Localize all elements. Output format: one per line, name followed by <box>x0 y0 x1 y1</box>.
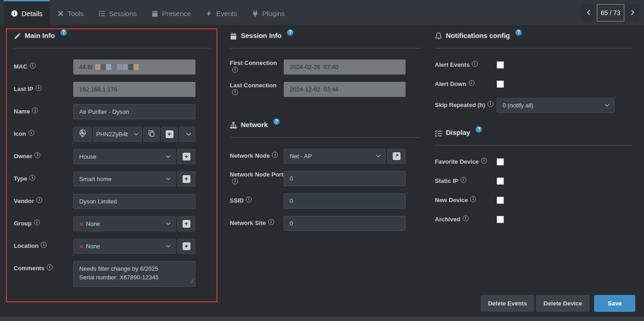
favorite-device-checkbox[interactable] <box>497 158 504 166</box>
section-divider <box>435 48 633 48</box>
name-input[interactable] <box>73 104 195 119</box>
help-icon[interactable]: ? <box>287 29 293 36</box>
chevron-right-icon <box>630 9 635 17</box>
info-icon: i <box>34 152 40 158</box>
network-site-input[interactable] <box>284 216 406 231</box>
static-ip-label: Static IP <box>435 177 458 184</box>
icon-code-select[interactable]: PHN2ZyB4bV <box>93 127 142 142</box>
group-row: Groupi × None + <box>14 216 211 231</box>
owner-select[interactable]: House <box>73 149 176 164</box>
tab-sessions[interactable]: Sessions <box>91 0 144 25</box>
bolt-icon <box>206 10 212 17</box>
info-icon: i <box>32 107 38 113</box>
group-label: Group <box>14 220 32 227</box>
info-icon: i <box>268 219 274 225</box>
list-check-icon <box>435 128 442 138</box>
device-position-indicator: 65 / 73 <box>597 4 624 21</box>
help-icon[interactable]: ? <box>515 29 522 36</box>
none-x-icon: × <box>79 243 83 250</box>
device-icon-preview <box>73 127 92 142</box>
display-title: Display ? <box>435 128 633 139</box>
icon-row: Iconi PHN2ZyB4bV <box>14 127 211 142</box>
chevron-down-icon <box>605 104 610 107</box>
help-icon[interactable]: ? <box>60 29 67 36</box>
tab-details[interactable]: Details <box>4 0 50 25</box>
info-icon: i <box>29 175 35 181</box>
none-x-icon: × <box>79 220 83 227</box>
chevron-down-icon <box>166 177 171 181</box>
new-device-checkbox[interactable] <box>497 197 504 204</box>
vendor-row: Vendori <box>14 194 211 209</box>
network-node-select[interactable]: Net - AP <box>284 149 386 164</box>
device-pager: 65 / 73 <box>582 4 639 21</box>
tab-label: Plugins <box>262 10 285 17</box>
session-info-title: Session Info ? <box>230 32 420 43</box>
delete-events-button[interactable]: Delete Events <box>481 295 534 312</box>
alert-down-checkbox[interactable] <box>497 80 504 88</box>
owner-label: Owner <box>14 153 32 160</box>
add-group-button[interactable]: + <box>177 216 195 231</box>
tab-label: Sessions <box>109 10 137 17</box>
ssid-label: SSID <box>230 197 244 204</box>
add-type-button[interactable]: + <box>177 171 195 187</box>
alert-events-checkbox[interactable] <box>497 61 504 69</box>
tab-presence[interactable]: Presence <box>144 0 198 25</box>
alert-events-label: Alert Events <box>435 61 470 68</box>
location-select[interactable]: × None <box>73 239 176 254</box>
alert-down-label: Alert Down <box>435 80 466 87</box>
location-label: Location <box>14 242 38 249</box>
name-label: Name <box>14 108 30 115</box>
last-connection-input[interactable] <box>284 82 406 97</box>
add-location-button[interactable]: + <box>177 239 195 254</box>
alert-down-row: Alert Downi <box>435 79 633 90</box>
info-icon: i <box>47 264 53 270</box>
tab-plugins[interactable]: Plugins <box>244 0 292 25</box>
chevron-down-icon <box>166 245 171 248</box>
chevron-down-icon <box>166 155 171 158</box>
archived-checkbox[interactable] <box>497 216 504 223</box>
help-icon[interactable]: ? <box>476 126 482 133</box>
comments-textarea[interactable]: Needs filter change by 6/2025 Serial num… <box>73 261 195 287</box>
icon-expand-button[interactable] <box>179 127 195 142</box>
prev-device-button[interactable] <box>582 4 595 21</box>
copy-icon-button[interactable] <box>143 127 160 142</box>
network-node-label: Network Node <box>230 152 270 159</box>
vendor-input[interactable] <box>73 194 195 209</box>
mac-input[interactable]: 44:6f <box>73 59 195 75</box>
skip-repeated-select[interactable]: 0 (notify all) <box>497 98 615 113</box>
pencil-icon <box>14 32 21 41</box>
add-icon-button[interactable]: + <box>161 127 178 142</box>
tab-tools[interactable]: Tools <box>50 0 91 25</box>
group-select[interactable]: × None <box>73 216 176 231</box>
next-device-button[interactable] <box>626 4 639 21</box>
save-button[interactable]: Save <box>594 295 635 312</box>
tab-events[interactable]: Events <box>198 0 244 25</box>
static-ip-checkbox[interactable] <box>497 177 504 185</box>
info-icon: i <box>232 178 238 184</box>
network-node-port-input[interactable] <box>284 171 406 186</box>
info-icon: i <box>463 215 469 221</box>
skip-repeated-label: Skip Repeated (h) <box>435 102 485 108</box>
new-device-row: New Devicei <box>435 195 633 206</box>
tab-label: Tools <box>68 10 84 17</box>
help-icon[interactable]: ? <box>273 118 280 125</box>
info-icon: i <box>232 89 238 95</box>
delete-device-button[interactable]: Delete Device <box>536 295 590 312</box>
icon-code-value: PHN2ZyB4bV <box>96 131 128 138</box>
add-owner-button[interactable]: + <box>177 149 195 164</box>
copy-icon <box>148 130 155 139</box>
network-node-port-row: Network Node Porti <box>230 171 420 186</box>
type-row: Typei Smart home + <box>14 171 211 187</box>
skip-repeated-row: Skip Repeated (h)i 0 (notify all) <box>435 98 633 113</box>
first-connection-input[interactable] <box>284 59 406 75</box>
main-info-section: Main Info ? MACi 44:6f Last IPi Namei Ic… <box>14 32 211 294</box>
plug-icon <box>252 10 259 17</box>
plus-square-icon: + <box>183 153 190 160</box>
last-ip-input[interactable] <box>73 82 195 97</box>
ssid-input[interactable] <box>284 193 406 209</box>
open-network-node-button[interactable] <box>387 149 406 164</box>
info-icon: i <box>470 196 476 202</box>
details-panel: Main Info ? MACi 44:6f Last IPi Namei Ic… <box>0 25 644 317</box>
type-select[interactable]: Smart home <box>73 171 176 187</box>
tab-label: Details <box>22 10 43 17</box>
